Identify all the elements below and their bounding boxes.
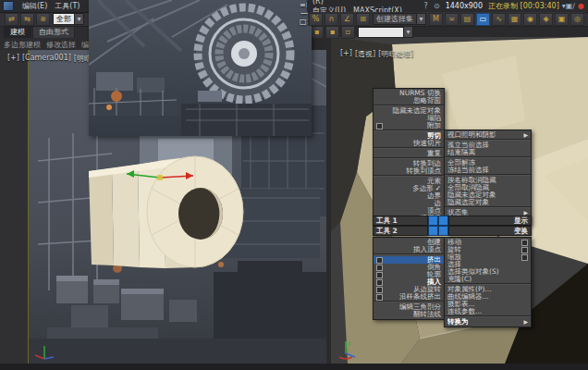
quad-menu-item[interactable]: 视口照明和阴影 ✓ ▶ <box>445 131 531 140</box>
scene-explorer-folder-icon[interactable]: ▭ <box>476 13 490 26</box>
quad-center-square[interactable] <box>438 216 448 226</box>
viewer-menu-icon[interactable]: ≡ <box>300 1 306 9</box>
keyboard-override-icon[interactable]: ⊞ <box>356 13 370 26</box>
named-selection-set-dropdown[interactable]: 创建选择集 ▾ <box>373 13 426 25</box>
reference-image-window[interactable]: ≡⊞—□× <box>89 0 312 136</box>
quad-menu-item[interactable]: 转换为 ✓ ▶ <box>445 318 531 326</box>
quad-menu-item[interactable]: 对象属性(P)... ✓ ▶ <box>445 286 531 293</box>
snap-toggle-icon[interactable]: ∩ <box>325 13 338 26</box>
quad-menu-item[interactable]: 隐藏未选定对象 ✓ ▶ <box>445 191 531 199</box>
layer-manager-icon[interactable]: ▤ <box>460 13 474 26</box>
quad-menu-item[interactable]: 快速切片 ✓ ▶ <box>374 140 444 148</box>
quad-menu-item[interactable]: 隐藏未选定对象 ✓ ▶ <box>374 107 444 115</box>
chevron-down-icon[interactable]: ▾ <box>403 27 412 37</box>
record-button-icon[interactable]: ● <box>576 2 586 10</box>
quad-menu-item[interactable]: 隐藏选定对象 ✓ ▶ <box>445 199 531 207</box>
viewport-general-menu[interactable]: [+] <box>340 49 352 59</box>
selection-filter-dropdown[interactable]: 全部 ▾ <box>53 13 84 25</box>
quad-menu-item[interactable]: 移动 ✓ ▶ <box>445 239 531 246</box>
quad-menu-item[interactable]: 沿样条线挤出 ✓ ▶ <box>374 293 444 302</box>
quad-title-right[interactable]: 变换 <box>448 226 532 236</box>
ribbon-section-label[interactable]: 多边形建模 <box>4 40 41 50</box>
quad-menu-item[interactable]: 附加 ✓ ▶ <box>374 122 444 130</box>
quad-menu-item[interactable]: 挤出 ✓ ▶ <box>374 256 444 264</box>
quad-menu-item[interactable]: 孤立当前选择 ✓ ▶ <box>445 142 531 149</box>
quad-menu-item[interactable]: 结束隔离 ✓ ▶ <box>445 149 531 157</box>
maximize-icon[interactable]: □ <box>300 18 307 26</box>
quad-menu-item[interactable]: 选择 ✓ ▶ <box>445 261 531 268</box>
quad-menu-item[interactable]: 全部取消隐藏 ✓ ▶ <box>445 184 531 191</box>
settings-box-icon[interactable] <box>376 294 383 301</box>
curve-editor-icon[interactable]: ∿ <box>492 13 506 26</box>
render-production-icon[interactable]: ◎ <box>570 13 584 26</box>
bind-to-spacewarp-icon[interactable]: ≋ <box>36 13 50 26</box>
settings-box-icon[interactable] <box>521 240 528 246</box>
quad-menu-item[interactable]: 轮廓 ✓ ▶ <box>374 271 444 278</box>
quad-menu-item[interactable]: 冻结当前选择 ✓ ▶ <box>445 166 531 175</box>
annotate-icon[interactable]: ∕ <box>572 2 575 10</box>
settings-box-icon[interactable] <box>521 254 528 261</box>
quad-menu-item[interactable]: 摄影表... ✓ ▶ <box>445 301 531 308</box>
chevron-down-icon[interactable]: ▾ <box>74 14 83 24</box>
quad-menu-item[interactable]: 从边旋转 ✓ ▶ <box>374 286 444 293</box>
settings-box-icon[interactable] <box>376 265 383 271</box>
quad-center-square[interactable] <box>438 226 448 236</box>
ribbon-dropdown[interactable]: ▾ <box>358 27 413 38</box>
unlink-selection-icon[interactable]: ⇆ <box>20 13 34 26</box>
quad-menu-item[interactable]: 缩放 ✓ ▶ <box>445 253 531 261</box>
quad-menu-item[interactable]: 选择类似对象(S) ✓ ▶ <box>445 268 531 276</box>
quad-menu-item[interactable]: 翻转法线 ✓ ▶ <box>374 311 444 318</box>
quad-menu-item[interactable]: 插入 ✓ ▶ <box>374 278 444 286</box>
settings-box-icon[interactable] <box>376 123 383 130</box>
viewport-pov-menu[interactable]: [透视] <box>355 49 375 59</box>
help-icon[interactable]: ? <box>421 2 431 10</box>
app-icon[interactable] <box>3 1 14 11</box>
viewport-shading-menu[interactable]: [明暗处理] <box>378 49 413 59</box>
quad-menu-item[interactable]: 转换到顶点 ✓ ▶ <box>374 167 444 176</box>
material-editor-icon[interactable]: ◉ <box>523 13 537 26</box>
ribbon-tab[interactable]: 建模 <box>4 25 31 38</box>
settings-box-icon[interactable] <box>521 247 528 253</box>
quad-menu-item[interactable]: 全部解冻 ✓ ▶ <box>445 159 531 166</box>
align-icon[interactable]: ≍ <box>445 13 459 26</box>
quad-center-square[interactable] <box>428 216 438 226</box>
percent-snap-icon[interactable]: % <box>309 13 323 26</box>
schematic-view-icon[interactable]: ▦ <box>508 13 521 26</box>
settings-box-icon[interactable] <box>376 272 383 278</box>
quad-menu-item[interactable]: 顶点 ✓ ▶ <box>374 207 444 215</box>
ribbon-tab[interactable]: 自由形式 <box>32 25 75 38</box>
ribbon-tool-icon-2[interactable]: ▪ <box>325 26 339 39</box>
quad-menu-item[interactable]: 创建 ✓ ▶ <box>374 239 444 246</box>
quad-title-left[interactable]: 工具 2 <box>373 226 428 236</box>
angle-snap-icon[interactable]: ∠ <box>340 13 354 26</box>
quad-menu-item[interactable]: 多边形 ✓ ▶ <box>374 185 444 192</box>
mirror-icon[interactable]: M <box>429 13 443 26</box>
settings-box-icon[interactable] <box>376 279 383 286</box>
magnifier-icon[interactable]: ⊙ <box>432 2 442 10</box>
quad-menu-item[interactable]: 重复 ✓ ▶ <box>374 150 444 158</box>
quad-menu-item[interactable]: 元素 ✓ ▶ <box>374 178 444 185</box>
settings-box-icon[interactable] <box>376 287 383 293</box>
quad-menu-item[interactable]: 旋转 ✓ ▶ <box>445 246 531 253</box>
ribbon-section-label[interactable]: 修改选择 <box>46 40 76 50</box>
quad-menu-item[interactable]: 按名称取消隐藏 ✓ ▶ <box>445 177 531 184</box>
quad-menu-item[interactable]: 边界 ✓ ▶ <box>374 192 444 200</box>
quad-menu-item[interactable]: 插入顶点 ✓ ▶ <box>374 246 444 254</box>
quad-title-right[interactable]: 显示 <box>448 216 532 226</box>
viewport-general-menu[interactable]: [+] <box>7 54 19 64</box>
quad-menu-item[interactable]: 剪切 ✓ ▶ <box>374 132 444 140</box>
quad-menu-item[interactable]: 克隆(C) ✓ ▶ <box>445 276 531 284</box>
ribbon-tool-icon-1[interactable]: ▪ <box>310 26 324 39</box>
quad-menu-item[interactable]: 曲线编辑器... ✓ ▶ <box>445 293 531 301</box>
quad-menu-item[interactable]: 连线参数... ✓ ▶ <box>445 308 531 316</box>
quad-center-square[interactable] <box>428 226 438 236</box>
quad-menu-item[interactable]: 忽略背面 ✓ ▶ <box>374 97 444 105</box>
chevron-down-icon[interactable]: ▾ <box>416 14 425 24</box>
select-and-link-icon[interactable]: ⇄ <box>5 13 18 26</box>
quad-menu-item[interactable]: 编辑三角剖分 ✓ ▶ <box>374 303 444 311</box>
quad-menu-item[interactable]: 塌陷 ✓ ▶ <box>374 115 444 122</box>
quad-menu-item[interactable]: 转换到边 ✓ ▶ <box>374 160 444 167</box>
quad-menu-item[interactable]: 边 ✓ ▶ <box>374 200 444 207</box>
quad-menu-item[interactable]: NURMS 切换 ✓ ▶ <box>374 90 444 97</box>
cylinder-model[interactable] <box>56 147 288 281</box>
